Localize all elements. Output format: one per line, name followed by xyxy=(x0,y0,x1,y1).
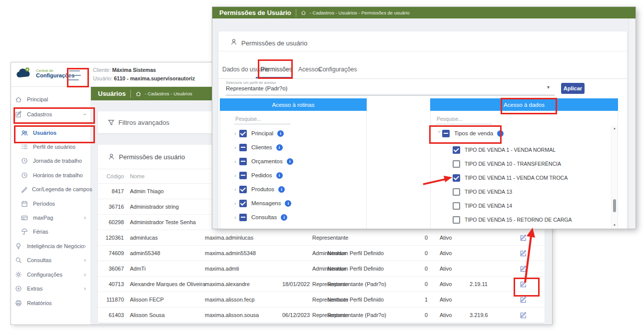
tree-item-pedidos[interactable]: ›Pedidos xyxy=(234,170,283,180)
home-icon[interactable] xyxy=(301,10,306,15)
client-value: Máxima Sistemas xyxy=(112,67,156,73)
sidebar-item-perfil-de-usuarios[interactable]: Perfil de usuários xyxy=(11,140,91,154)
clock-icon xyxy=(21,172,29,179)
info-icon[interactable] xyxy=(285,200,291,207)
chevron-right-icon[interactable]: › xyxy=(234,200,239,206)
checkbox-indeterminate[interactable] xyxy=(239,172,247,179)
pen-icon xyxy=(21,186,28,193)
edit-icon[interactable] xyxy=(520,234,527,242)
tab-acessos[interactable]: Acessos xyxy=(298,60,321,78)
chevron-right-icon[interactable]: › xyxy=(234,144,239,150)
tree-item-orcamentos[interactable]: ›Orçamentos xyxy=(234,156,293,166)
tree-item-tipo-venda-13[interactable]: TIPO DE VENDA 13 xyxy=(453,187,512,197)
chevron-down-icon[interactable]: › xyxy=(437,131,443,136)
tree-item-mensagens[interactable]: ›Mensagens xyxy=(234,198,291,208)
dialog-title: Permissões de Usuário xyxy=(219,9,291,16)
chevron-down-icon[interactable]: ▾ xyxy=(547,84,550,90)
chevron-right-icon[interactable]: › xyxy=(234,186,239,192)
tab-permissoes[interactable]: Permissões xyxy=(261,60,292,78)
tree-item-clientes[interactable]: ›Clientes xyxy=(234,142,283,152)
sidebar-item-principal[interactable]: Principal xyxy=(11,92,91,106)
sidebar-item-relatorios[interactable]: Relatórios xyxy=(11,296,91,310)
app-logo: Central de Configurações xyxy=(15,66,74,81)
data-search-input[interactable] xyxy=(436,114,492,124)
sidebar-item-configuracoes[interactable]: Configurações › xyxy=(11,268,91,282)
person-icon xyxy=(108,153,115,160)
page: Central de Configurações Cliente: Máxima… xyxy=(0,0,644,335)
sidebar-item-cor-legenda-de-campos[interactable]: Cor/Legenda de campos xyxy=(11,182,91,196)
sidebar-item-inteligencia-de-negocio[interactable]: Inteligência de Negócio › xyxy=(11,239,91,253)
list-icon xyxy=(21,143,29,150)
edit-icon[interactable] xyxy=(520,312,527,319)
clock-icon xyxy=(21,157,29,164)
routines-panel-header: Acesso à rotinas xyxy=(220,98,367,111)
info-icon[interactable] xyxy=(277,130,284,137)
scroll-up-icon[interactable]: ▲ xyxy=(612,127,618,130)
edit-icon[interactable] xyxy=(520,265,527,273)
checkbox-indeterminate[interactable] xyxy=(239,144,247,151)
tree-item-tipo-venda-10[interactable]: TIPO DE VENDA 10 - TRANSFERÊNCIA xyxy=(453,159,561,169)
checkbox-checked[interactable] xyxy=(453,146,460,154)
tree-item-tipo-venda-11[interactable]: TIPO DE VENDA 11 - VENDA COM TROCA xyxy=(453,173,568,183)
chevron-right-icon[interactable]: › xyxy=(234,158,239,164)
sidebar-item-usuarios[interactable]: Usuários xyxy=(11,126,91,140)
home-icon[interactable] xyxy=(135,91,141,97)
sidebar-item-cadastros[interactable]: Cadastros › xyxy=(11,107,91,121)
info-icon[interactable] xyxy=(287,158,293,165)
checkbox-indeterminate[interactable] xyxy=(239,158,247,165)
info-icon[interactable] xyxy=(276,172,283,179)
dialog-scrollbar[interactable] xyxy=(629,18,636,229)
sidebar-item-ferias[interactable]: Férias xyxy=(11,225,91,239)
sidebar-item-extras[interactable]: Extras › xyxy=(11,282,91,296)
checkbox-checked[interactable] xyxy=(239,130,247,137)
profile-select[interactable]: Representante (Padr?o) xyxy=(226,85,287,91)
lightbulb-icon xyxy=(15,243,23,250)
chevron-right-icon[interactable]: › xyxy=(234,130,239,136)
tree-item-principal[interactable]: ›Principal xyxy=(234,128,284,138)
sidebar-item-jornada-de-trabalho[interactable]: Jornada de trabalho xyxy=(11,154,91,168)
tab-configuracoes[interactable]: Configurações xyxy=(318,60,357,78)
apply-button[interactable]: Aplicar xyxy=(561,83,585,94)
checkbox-checked[interactable] xyxy=(453,174,460,182)
edit-icon[interactable] xyxy=(520,281,527,288)
home-icon xyxy=(15,96,23,103)
checkbox-unchecked[interactable] xyxy=(453,188,460,196)
info-icon[interactable] xyxy=(278,186,285,193)
scrollbar-thumb[interactable] xyxy=(613,199,616,212)
sidebar-item-periodos[interactable]: Períodos xyxy=(11,197,91,211)
chevron-right-icon[interactable]: › xyxy=(234,172,239,178)
printer-icon xyxy=(15,300,23,307)
checkbox-unchecked[interactable] xyxy=(453,202,460,210)
checkbox-unchecked[interactable] xyxy=(453,160,460,168)
sidebar-item-maxpag[interactable]: maxPag › xyxy=(11,211,91,225)
routines-search-input[interactable] xyxy=(234,114,290,124)
tree-group-tipos-de-venda[interactable]: ›Tipos de venda xyxy=(437,128,504,138)
sidebar-item-horarios-de-trabalho[interactable]: Horários de trabalho xyxy=(11,168,91,182)
edit-icon[interactable] xyxy=(520,296,527,304)
checkbox-checked[interactable] xyxy=(239,186,247,193)
checkbox-indeterminate[interactable] xyxy=(239,214,247,221)
info-icon[interactable] xyxy=(497,130,504,137)
table-title-row: Permissões de usuário xyxy=(98,145,185,169)
chevron-right-icon[interactable]: › xyxy=(234,214,239,220)
tree-item-tipo-venda-14[interactable]: TIPO DE VENDA 14 xyxy=(453,201,512,211)
users-icon xyxy=(21,129,29,136)
search-icon xyxy=(15,257,23,264)
checkbox-checked[interactable] xyxy=(239,200,247,207)
tree-item-consultas[interactable]: ›Consultas xyxy=(234,212,287,222)
tree-item-tipo-venda-1[interactable]: TIPO DE VENDA 1 - VENDA NORMAL xyxy=(453,145,556,155)
checkbox-unchecked[interactable] xyxy=(453,216,460,224)
edit-icon[interactable] xyxy=(520,250,527,257)
tab-bar: Dados do usuário Permissões Acessos Conf… xyxy=(218,60,627,79)
active-tab-underline xyxy=(256,77,292,78)
info-icon[interactable] xyxy=(276,144,283,151)
sidebar-item-consultas[interactable]: Consultas › xyxy=(11,253,91,267)
hamburger-menu-icon[interactable] xyxy=(67,70,82,80)
client-label: Cliente: xyxy=(93,67,111,73)
info-icon[interactable] xyxy=(281,214,287,221)
tree-item-produtos[interactable]: ›Produtos xyxy=(234,184,285,194)
tree-item-tipo-venda-15[interactable]: TIPO DE VENDA 15 - RETORNO DE CARGA xyxy=(453,215,572,225)
scroll-down-icon[interactable]: ▼ xyxy=(612,224,618,227)
checkbox-indeterminate[interactable] xyxy=(442,130,450,137)
panel-scrollbar[interactable]: ▲ ▼ xyxy=(611,125,618,229)
